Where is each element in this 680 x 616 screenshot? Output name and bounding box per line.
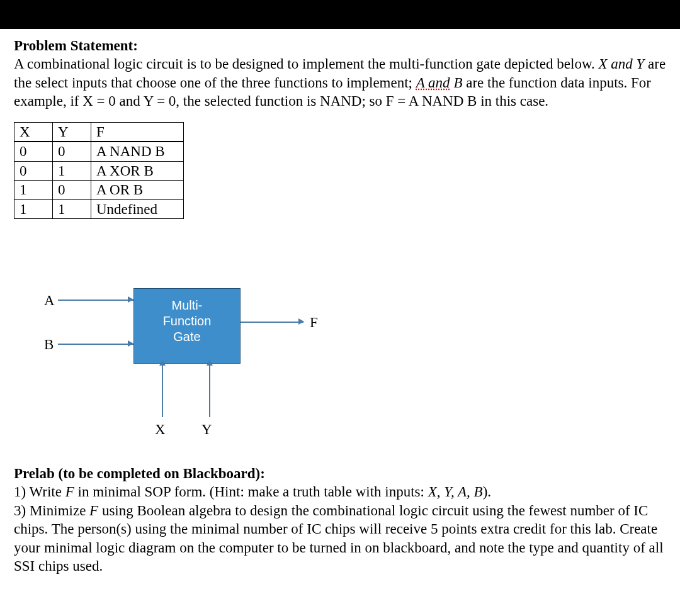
arrow-icon <box>159 360 166 366</box>
b-italic: B <box>453 75 462 91</box>
cell: A XOR B <box>91 161 184 180</box>
input-a-label: A <box>44 291 55 310</box>
problem-paragraph: A combinational logic circuit is to be d… <box>14 55 666 110</box>
prelab-heading: Prelab (to be completed on Blackboard): <box>14 466 265 481</box>
cell: 0 <box>14 161 53 180</box>
cell: 0 <box>53 181 91 199</box>
wire-x <box>162 364 163 417</box>
multi-function-gate-box: Multi- Function Gate <box>133 288 241 364</box>
th-y: Y <box>53 122 91 142</box>
gate-diagram: A B Multi- Function Gate F X Y <box>26 257 379 445</box>
cell: 1 <box>14 181 53 199</box>
gate-text-2: Function <box>163 314 212 328</box>
cell: 0 <box>14 142 53 161</box>
cell: 0 <box>53 142 91 161</box>
th-x: X <box>14 122 53 142</box>
cell: A OR B <box>91 181 184 199</box>
prelab-2-F: F <box>89 503 98 518</box>
cell: 1 <box>14 199 53 218</box>
arrow-icon <box>128 296 133 303</box>
black-top-bar <box>0 0 680 29</box>
prelab-1c: ). <box>483 484 491 500</box>
cell: 1 <box>53 161 91 180</box>
table-row: 0 1 A XOR B <box>14 161 184 180</box>
prelab-1a: 1) Write <box>14 484 65 500</box>
prelab-1-F: F <box>65 484 74 500</box>
prelab-section: Prelab (to be completed on Blackboard): … <box>14 464 666 576</box>
input-b-label: B <box>44 335 54 354</box>
document-page: Problem Statement: A combinational logic… <box>0 0 680 616</box>
table-row: 1 0 A OR B <box>14 181 184 199</box>
table-row: 0 0 A NAND B <box>14 142 184 161</box>
arrow-icon <box>298 318 304 325</box>
arrow-icon <box>207 360 213 366</box>
gate-text-3: Gate <box>173 330 200 344</box>
output-f-label: F <box>310 313 318 332</box>
select-x-label: X <box>155 420 166 439</box>
para-text-1: A combinational logic circuit is to be d… <box>14 56 599 72</box>
table-row: 1 1 Undefined <box>14 199 184 218</box>
wire-f <box>241 322 303 323</box>
wire-y <box>209 364 210 417</box>
problem-statement-heading: Problem Statement: <box>14 36 666 55</box>
cell: Undefined <box>91 199 184 218</box>
prelab-1b: in minimal SOP form. (Hint: make a truth… <box>74 484 428 500</box>
cell: A NAND B <box>91 142 184 161</box>
gate-text-1: Multi- <box>172 298 203 312</box>
a-and-underlined: A and <box>416 75 450 91</box>
cell: 1 <box>53 199 91 218</box>
table-header-row: X Y F <box>14 122 184 142</box>
prelab-2b: using Boolean algebra to design the comb… <box>14 503 664 574</box>
select-y-label: Y <box>201 420 212 439</box>
xy-italic: X and Y <box>599 56 645 72</box>
content-area: Problem Statement: A combinational logic… <box>0 29 680 588</box>
wire-b <box>58 344 133 345</box>
function-table: X Y F 0 0 A NAND B 0 1 A XOR B 1 0 A OR … <box>14 122 184 219</box>
prelab-2a: 3) Minimize <box>14 503 89 518</box>
arrow-icon <box>128 340 133 347</box>
prelab-1-inputs: X, Y, A, B <box>428 484 483 500</box>
wire-a <box>58 300 133 301</box>
th-f: F <box>91 122 184 142</box>
